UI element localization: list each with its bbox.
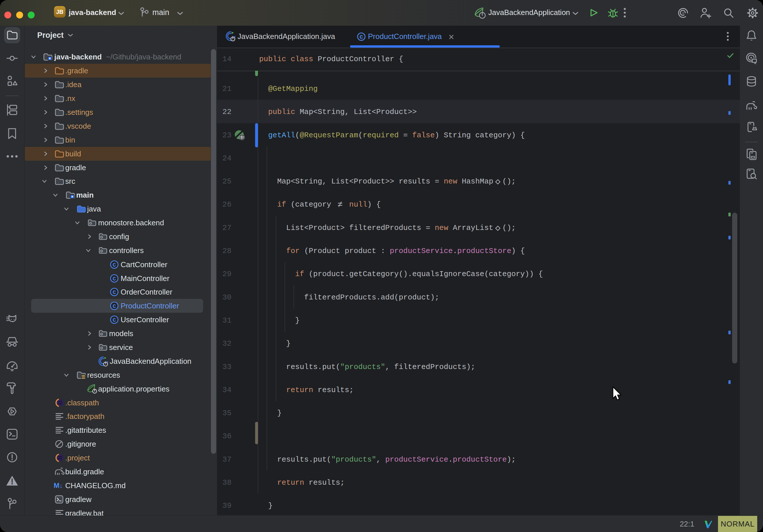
svg-text:C: C	[113, 289, 116, 296]
svg-text:C: C	[113, 262, 116, 268]
svg-text:C: C	[113, 317, 116, 323]
svg-text:C: C	[113, 303, 116, 310]
svg-text:C: C	[360, 34, 363, 41]
svg-text:C: C	[113, 276, 116, 282]
